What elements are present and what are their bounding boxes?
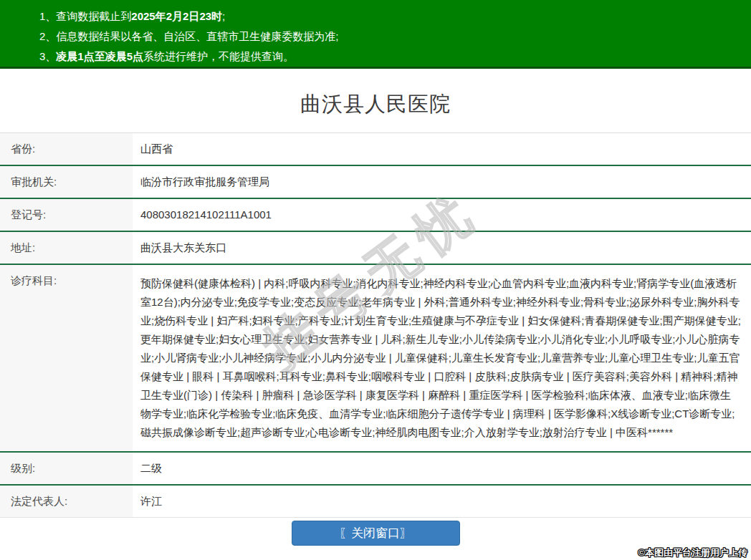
field-label-level: 级别:: [0, 453, 133, 484]
close-window-button[interactable]: 〖关闭窗口〗: [292, 521, 460, 546]
notice-line-3: 3、凌晨1点至凌晨5点系统进行维护，不能提供查询。: [39, 47, 737, 67]
field-value-level: 二级: [133, 453, 751, 484]
notice-line-2-text: 2、信息数据结果以各省、自治区、直辖市卫生健康委数据为准;: [39, 30, 339, 42]
field-label-legal-representative: 法定代表人:: [0, 486, 133, 517]
field-value-departments: 预防保健科(健康体检科) | 内科;呼吸内科专业;消化内科专业;神经内科专业;心…: [133, 265, 751, 451]
table-row-registration-number: 登记号: 40803018214102111A1001: [0, 199, 751, 232]
field-value-legal-representative: 许江: [133, 486, 751, 517]
notice-line-1: 1、查询数据截止到2025年2月2日23时;: [39, 6, 737, 26]
table-row-legal-representative: 法定代表人: 许江: [0, 486, 751, 518]
field-label-departments: 诊疗科目:: [0, 265, 133, 451]
field-value-address: 曲沃县大东关东口: [133, 232, 751, 264]
platform-upload-watermark: ©本图由平台注册用户上传: [638, 546, 747, 559]
field-value-province: 山西省: [133, 133, 751, 165]
table-row-address: 地址: 曲沃县大东关东口: [0, 232, 751, 265]
notice-line-1-text: 1、查询数据截止到: [39, 10, 131, 22]
table-row-province: 省份: 山西省: [0, 133, 751, 166]
notice-line-2: 2、信息数据结果以各省、自治区、直辖市卫生健康委数据为准;: [39, 26, 737, 47]
table-row-approval-authority: 审批机关: 临汾市行政审批服务管理局: [0, 166, 751, 199]
field-label-approval-authority: 审批机关:: [0, 166, 133, 198]
notice-line-1-bold: 2025年2月2日23时: [131, 10, 222, 22]
table-row-level: 级别: 二级: [0, 453, 751, 486]
notice-line-3-bold: 凌晨1点至凌晨5点: [56, 50, 143, 62]
notice-line-3-text: 3、: [39, 50, 56, 62]
field-label-registration-number: 登记号:: [0, 199, 133, 231]
field-label-province: 省份:: [0, 133, 133, 165]
notice-banner: 1、查询数据截止到2025年2月2日23时; 2、信息数据结果以各省、自治区、直…: [0, 0, 751, 69]
table-row-departments: 诊疗科目: 预防保健科(健康体检科) | 内科;呼吸内科专业;消化内科专业;神经…: [0, 265, 751, 453]
hospital-info-table: 省份: 山西省 审批机关: 临汾市行政审批服务管理局 登记号: 40803018…: [0, 132, 751, 518]
page-title: 曲沃县人民医院: [0, 90, 751, 119]
notice-line-3-suffix: 系统进行维护，不能提供查询。: [143, 50, 294, 62]
field-value-approval-authority: 临汾市行政审批服务管理局: [133, 166, 751, 198]
field-label-address: 地址:: [0, 232, 133, 264]
notice-line-1-suffix: ;: [222, 10, 225, 22]
field-value-registration-number: 40803018214102111A1001: [133, 199, 751, 231]
